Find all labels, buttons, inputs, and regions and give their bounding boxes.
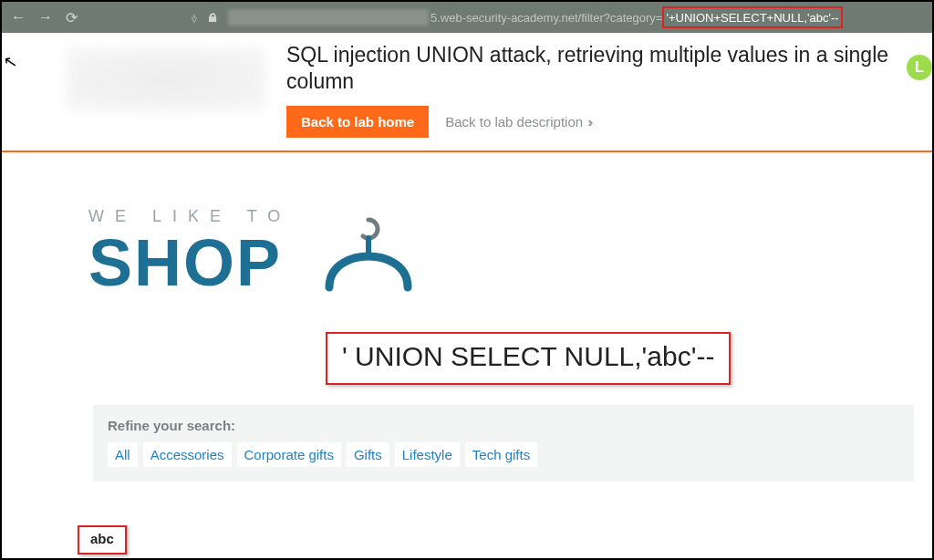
lab-header: SQL injection UNION attack, retrieving m… (2, 33, 932, 150)
lock-icon: 🔒︎ (207, 11, 219, 25)
back-icon[interactable]: ← (11, 9, 26, 26)
url-obscured-part (228, 9, 429, 26)
chevron-right-icon: ›› (586, 115, 590, 130)
url-host-part: 5.web-security-academy.net (431, 11, 578, 25)
refine-label: Refine your search: (108, 418, 899, 433)
shop-logo: WE LIKE TO SHOP (88, 207, 932, 296)
brand-tagline: WE LIKE TO (88, 207, 291, 226)
browser-chrome: ← → ⟳ ⎀ 🔒︎ 5.web-security-academy.net/fi… (2, 2, 932, 33)
forward-icon[interactable]: → (38, 9, 53, 26)
category-tags: All Accessories Corporate gifts Gifts Li… (108, 442, 899, 467)
filter-panel: Refine your search: All Accessories Corp… (93, 405, 914, 482)
url-path-part: /filter?category= (578, 11, 663, 25)
filter-tag-lifestyle[interactable]: Lifestyle (395, 442, 460, 467)
hanger-icon (318, 213, 419, 295)
status-badge: L (907, 55, 932, 80)
result-annotation: abc (78, 525, 127, 555)
filter-tag-all[interactable]: All (108, 442, 138, 467)
filter-tag-gifts[interactable]: Gifts (347, 442, 389, 467)
result-text: abc (90, 531, 114, 546)
filter-tag-tech-gifts[interactable]: Tech gifts (465, 442, 537, 467)
sql-injection-annotation: ' UNION SELECT NULL,'abc'-- (326, 332, 731, 385)
filter-tag-corporate-gifts[interactable]: Corporate gifts (237, 442, 341, 467)
brand-name: SHOP (88, 230, 291, 296)
reload-icon[interactable]: ⟳ (66, 9, 78, 26)
lab-title: SQL injection UNION attack, retrieving m… (286, 42, 907, 95)
back-to-lab-description-link[interactable]: Back to lab description ›› (445, 114, 590, 130)
address-bar[interactable]: ⎀ 🔒︎ 5.web-security-academy.net/filter?c… (191, 5, 923, 29)
academy-logo-blur (66, 47, 266, 111)
back-to-lab-home-button[interactable]: Back to lab home (286, 106, 429, 138)
shield-icon: ⎀ (191, 11, 198, 25)
url-query-highlight: '+UNION+SELECT+NULL,'abc'-- (662, 6, 842, 28)
filter-tag-accessories[interactable]: Accessories (143, 442, 232, 467)
